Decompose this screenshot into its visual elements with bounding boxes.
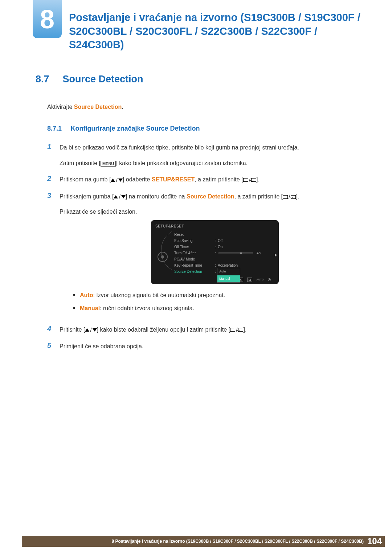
up-down-icon: / [114,192,125,202]
step-number: 3 [47,192,60,200]
highlight: SETUP&RESET [152,176,195,182]
text: , a zatim pritisnite [ [234,193,283,200]
text: Zatim pritisnite [ [60,160,101,166]
osd-row-offtimer: Off Timer:On [172,244,277,250]
osd-dropdown: Auto Manual [217,268,240,283]
step-body: Pritisnite [/] kako biste odabrali želje… [60,325,370,335]
osd-screenshot: SETUP&RESET Reset Eco Saving:Off Off Tim… [151,220,279,284]
step-3-line2: Prikazat će se sljedeći zaslon. [60,207,370,217]
intro-suffix: . [122,104,123,110]
section-number: 8.7 [36,74,61,85]
osd-row-turnoff: Turn Off After:4h [172,250,277,256]
intro-highlight: Source Detection [74,104,122,110]
footer-page-number: 104 [367,536,382,546]
osd-row-pcav: PC/AV Mode [172,256,277,262]
osd-label: Reset [174,231,213,238]
subsection-number: 8.7.1 [47,125,69,132]
osd-row-reset: Reset [172,231,277,238]
step-1-line1: Da bi se prikazao vodič za funkcijske ti… [60,143,370,152]
step-number: 2 [47,175,60,183]
step-body: Pritiskanjem gumba [/] na monitoru dođit… [60,192,370,318]
text: , a zatim pritisnite [ [195,176,243,182]
osd-label: Eco Saving [174,238,213,244]
text: ] na monitoru dođite na [126,193,187,200]
bullet-icon [73,294,75,296]
osd-option-manual: Manual [217,275,240,282]
step-number: 4 [47,325,60,333]
menu-button-icon: MENU [101,161,116,167]
page-content: 8 Postavljanje i vraćanje na izvorno (S1… [0,0,392,351]
chapter-number: 8 [40,4,54,34]
osd-value: On [218,244,222,250]
power-icon [268,278,271,281]
highlight: Source Detection [187,193,234,200]
text: Pritiskanjem gumba [ [60,193,114,200]
bullet-auto: Auto: Izvor ulaznog signala bit će autom… [73,291,370,300]
osd-label: Key Repeat Time [174,262,213,268]
step-5: 5 Primijenit će se odabrana opcija. [47,341,370,351]
enter-icon: / [230,325,243,335]
step-3: 3 Pritiskanjem gumba [/] na monitoru dođ… [47,192,370,318]
footer-text: 8 Postavljanje i vraćanje na izvorno (S1… [111,539,364,544]
osd-row-eco: Eco Saving:Off [172,238,277,244]
subsection-heading: 8.7.1 Konfiguriranje značajke Source Det… [47,125,370,132]
steps-list: 1 Da bi se prikazao vodič za funkcijske … [47,143,370,351]
bullet-icon [73,307,75,309]
text: ] kako biste prikazali odgovarajući zasl… [116,160,248,166]
chapter-badge: 8 [33,0,62,38]
osd-footer-buttons: AUTO [151,276,279,284]
osd-option-auto: Auto [217,268,240,275]
osd-auto-label: AUTO [256,278,264,282]
subsection-title: Konfiguriranje značajke Source Detection [70,125,200,132]
osd-body: Reset Eco Saving:Off Off Timer:On Turn O… [151,231,279,276]
step-body: Pritiskom na gumb [/] odaberite SETUP&RE… [60,175,370,185]
bullet-label: Auto [80,292,93,298]
osd-label: Source Detection [174,268,213,275]
chapter-title: Postavljanje i vraćanje na izvorno (S19C… [69,11,370,52]
step-2: 2 Pritiskom na gumb [/] odaberite SETUP&… [47,175,370,185]
osd-enter-icon [247,278,252,282]
enter-icon: / [283,192,296,202]
section-title: Source Detection [62,74,143,85]
osd-header: SETUP&RESET [151,220,279,231]
osd-right-panel: Reset Eco Saving:Off Off Timer:On Turn O… [172,231,277,275]
osd-slider [219,252,253,254]
step-4: 4 Pritisnite [/] kako biste odabrali žel… [47,325,370,335]
intro-prefix: Aktivirajte [47,104,74,110]
step-1-line2: Zatim pritisnite [MENU] kako biste prika… [60,158,370,168]
bullet-label: Manual [80,305,100,311]
text: ] kako biste odabrali željenu opciju i z… [97,327,230,333]
step-number: 5 [47,341,60,350]
footer-bar: 8 Postavljanje i vraćanje na izvorno (S1… [22,536,385,547]
enter-icon: / [243,175,256,185]
text: ]. [256,176,260,182]
osd-label: Off Timer [174,244,213,250]
bullet-list: Auto: Izvor ulaznog signala bit će autom… [73,291,370,313]
osd-label: PC/AV Mode [174,256,213,262]
up-down-icon: / [111,175,122,185]
text: ]. [296,193,299,200]
osd-label: Turn Off After [174,250,213,256]
bullet-text: : ručni odabir izvora ulaznog signala. [100,305,194,311]
text: Pritisnite [ [60,327,85,333]
text: Pritiskom na gumb [ [60,176,111,182]
text: ]. [243,327,246,333]
osd-value: 4h [257,250,261,256]
step-1: 1 Da bi se prikazao vodič za funkcijske … [47,143,370,168]
osd-value: Off [218,238,222,244]
section-heading: 8.7 Source Detection [36,74,370,85]
intro-text: Aktivirajte Source Detection. [47,104,370,110]
bullet-text: : Izvor ulaznog signala bit će automatsk… [93,292,225,298]
step-body: Primijenit će se odabrana opcija. [60,341,370,351]
step-number: 1 [47,143,60,151]
text: ] odaberite [123,176,152,182]
osd-curve-decoration [158,231,173,271]
chevron-right-icon [275,253,277,257]
step-body: Da bi se prikazao vodič za funkcijske ti… [60,143,370,168]
up-down-icon: / [85,325,97,335]
bullet-manual: Manual: ručni odabir izvora ulaznog sign… [73,304,370,313]
